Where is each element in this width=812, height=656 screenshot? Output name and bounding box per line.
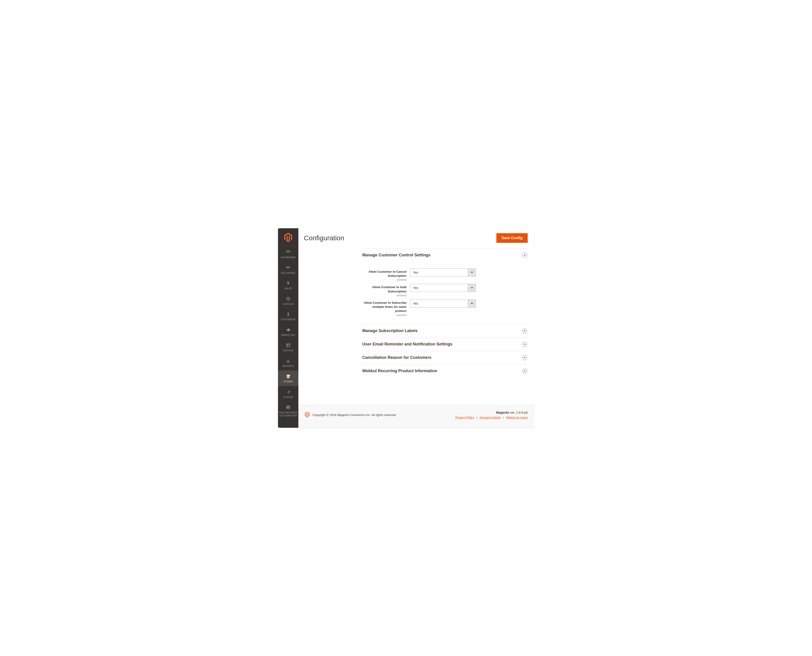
sidebar-item-label: DASHBOARD [281, 256, 296, 259]
chevron-down-icon [522, 342, 527, 347]
section-toggle-webkul-recurring[interactable]: Webkul Recurring Product Information [362, 365, 528, 378]
sidebar-item-label: MARKETING [281, 334, 295, 337]
sidebar-item-stores[interactable]: STORES [278, 370, 298, 386]
select-value: Yes [413, 271, 418, 274]
section-title: Manage Customer Control Settings [362, 253, 431, 257]
dashboard-icon [286, 249, 291, 255]
system-icon [286, 389, 291, 395]
privacy-policy-link[interactable]: Privacy Policy [455, 416, 474, 419]
sales-icon: $ [286, 280, 291, 286]
recurring-icon [286, 265, 291, 271]
copyright-text: Copyright © 2024 Magento Commerce Inc. A… [312, 413, 397, 417]
sidebar-item-marketing[interactable]: MARKETING [278, 324, 298, 340]
svg-text:$: $ [287, 281, 289, 285]
chevron-down-icon [468, 284, 475, 292]
content-icon [286, 342, 291, 348]
reports-icon [286, 358, 291, 364]
separator: | [503, 416, 504, 419]
sidebar-item-label: STORES [283, 381, 293, 383]
section-cancellation-reason: Cancellation Reason for Customers [362, 351, 528, 365]
sidebar-item-label: FIND PARTNERS & EXTENSIONS [278, 412, 298, 417]
customers-icon [286, 311, 291, 317]
field-label: Allow Customer to hold Subscription [362, 285, 406, 293]
sidebar-item-partners[interactable]: FIND PARTNERS & EXTENSIONS [278, 401, 298, 420]
field-scope: [website] [362, 314, 406, 316]
section-title: Manage Subscription Labels [362, 328, 418, 333]
section-toggle-subscription-labels[interactable]: Manage Subscription Labels [362, 324, 528, 337]
section-customer-control: Manage Customer Control Settings Allow C… [362, 248, 528, 324]
stores-icon [286, 374, 291, 379]
section-email-reminder: User Email Reminder and Notification Set… [362, 338, 528, 351]
sidebar-item-label: RECURRING [281, 272, 295, 275]
sidebar-item-label: CONTENT [283, 349, 294, 352]
page-title: Configuration [304, 234, 344, 242]
field-label: Allow Customer to Subscribe multiple tim… [362, 301, 406, 313]
sidebar-item-catalog[interactable]: CATALOG [278, 293, 298, 308]
select-allow-cancel[interactable]: Yes [410, 268, 476, 277]
separator: | [477, 416, 478, 419]
chevron-up-icon [522, 252, 527, 257]
sidebar-item-reports[interactable]: REPORTS [278, 355, 298, 371]
page-header: Configuration Save Config [298, 228, 534, 248]
sidebar-item-label: SALES [284, 287, 292, 290]
save-config-button[interactable]: Save Config [496, 233, 528, 243]
section-title: Webkul Recurring Product Information [362, 368, 437, 373]
chevron-down-icon [468, 269, 475, 276]
field-allow-multiple: Allow Customer to Subscribe multiple tim… [362, 298, 528, 318]
account-activity-link[interactable]: Account Activity [479, 416, 501, 419]
select-allow-hold[interactable]: Yes [410, 284, 476, 292]
section-subscription-labels: Manage Subscription Labels [362, 324, 528, 338]
magento-footer-logo-icon [305, 412, 310, 418]
brand-logo [280, 228, 296, 246]
admin-sidebar: DASHBOARD RECURRING $ SALES CATALOG [278, 228, 298, 428]
field-allow-cancel: Allow Customer to Cancel Subscription [w… [362, 267, 528, 282]
marketing-icon [286, 327, 291, 333]
magento-logo-icon [284, 233, 292, 242]
page-footer: Copyright © 2024 Magento Commerce Inc. A… [298, 405, 534, 428]
select-allow-multiple[interactable]: Yes [410, 299, 476, 308]
report-issue-link[interactable]: Report an Issue [506, 416, 528, 419]
partners-icon [286, 405, 291, 410]
chevron-down-icon [522, 328, 527, 333]
section-title: Cancellation Reason for Customers [362, 355, 431, 360]
field-scope: [website] [362, 294, 406, 297]
section-toggle-cancellation-reason[interactable]: Cancellation Reason for Customers [362, 351, 528, 364]
chevron-down-icon [522, 368, 527, 374]
select-value: Yes [413, 302, 418, 305]
section-toggle-customer-control[interactable]: Manage Customer Control Settings [362, 248, 528, 261]
chevron-down-icon [468, 300, 475, 307]
chevron-down-icon [522, 355, 527, 360]
field-scope: [website] [362, 278, 406, 281]
sidebar-item-system[interactable]: SYSTEM [278, 386, 298, 402]
field-allow-hold: Allow Customer to hold Subscription [web… [362, 282, 528, 298]
section-toggle-email-reminder[interactable]: User Email Reminder and Notification Set… [362, 338, 528, 351]
section-title: User Email Reminder and Notification Set… [362, 342, 452, 347]
sidebar-item-dashboard[interactable]: DASHBOARD [278, 246, 298, 262]
product-name: Magento [496, 411, 509, 415]
sidebar-item-customers[interactable]: CUSTOMERS [278, 308, 298, 324]
sidebar-item-recurring[interactable]: RECURRING [278, 262, 298, 277]
sidebar-item-content[interactable]: CONTENT [278, 339, 298, 355]
sidebar-item-label: REPORTS [283, 365, 294, 368]
main-panel: Configuration Save Config Manage Custome… [298, 228, 534, 428]
sidebar-item-label: SYSTEM [283, 396, 293, 399]
catalog-icon [286, 296, 291, 302]
sidebar-item-label: CATALOG [283, 303, 293, 306]
select-value: Yes [413, 286, 418, 290]
section-webkul-recurring: Webkul Recurring Product Information [362, 365, 528, 378]
sidebar-item-label: CUSTOMERS [281, 318, 296, 321]
version-text: ver. 2.4.6-p4 [510, 411, 528, 415]
field-label: Allow Customer to Cancel Subscription [362, 270, 406, 278]
sidebar-item-sales[interactable]: $ SALES [278, 277, 298, 293]
